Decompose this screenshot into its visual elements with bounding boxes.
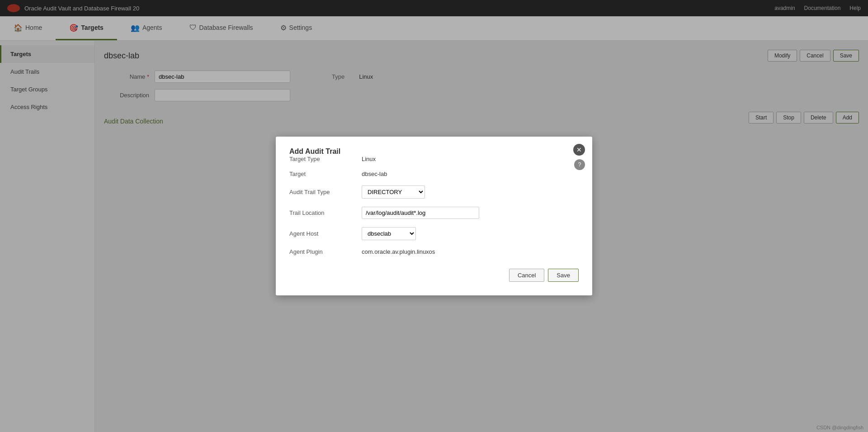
trail-location-input[interactable] — [362, 207, 479, 219]
dialog-title: Add Audit Trail — [289, 147, 340, 155]
dialog-cancel-button[interactable]: Cancel — [509, 269, 544, 282]
add-audit-trail-dialog: Add Audit Trail ✕ ? Target Type Linux Ta… — [276, 137, 592, 295]
dialog-close-button[interactable]: ✕ — [573, 144, 585, 156]
dialog-target-type-value: Linux — [362, 156, 376, 162]
dialog-agent-plugin-value: com.oracle.av.plugin.linuxos — [362, 248, 435, 255]
dialog-footer: Cancel Save — [289, 269, 579, 282]
dialog-target-value: dbsec-lab — [362, 171, 387, 177]
dialog-agent-host-label: Agent Host — [289, 230, 362, 237]
dialog-help-button[interactable]: ? — [574, 159, 585, 170]
modal-overlay: Add Audit Trail ✕ ? Target Type Linux Ta… — [0, 0, 868, 432]
main-layout: Targets Audit Trails Target Groups Acces… — [0, 41, 868, 432]
agent-host-select[interactable]: dbseclab — [362, 227, 416, 240]
dialog-trail-location-label: Trail Location — [289, 209, 362, 216]
dialog-audit-trail-type-row: Audit Trail Type DIRECTORY FILE TABLE SY… — [289, 185, 579, 199]
dialog-save-button[interactable]: Save — [548, 269, 579, 282]
audit-trail-type-select[interactable]: DIRECTORY FILE TABLE SYSLOG — [362, 185, 425, 199]
dialog-target-type-label: Target Type — [289, 156, 362, 162]
dialog-target-type-row: Target Type Linux — [289, 156, 579, 162]
dialog-target-label: Target — [289, 171, 362, 177]
dialog-agent-plugin-row: Agent Plugin com.oracle.av.plugin.linuxo… — [289, 248, 579, 255]
dialog-audit-trail-type-label: Audit Trail Type — [289, 189, 362, 195]
dialog-agent-plugin-label: Agent Plugin — [289, 248, 362, 255]
dialog-target-row: Target dbsec-lab — [289, 171, 579, 177]
dialog-trail-location-row: Trail Location — [289, 207, 579, 219]
dialog-agent-host-row: Agent Host dbseclab — [289, 227, 579, 240]
main-content: dbsec-lab Modify Cancel Save Name * Type… — [95, 41, 868, 432]
